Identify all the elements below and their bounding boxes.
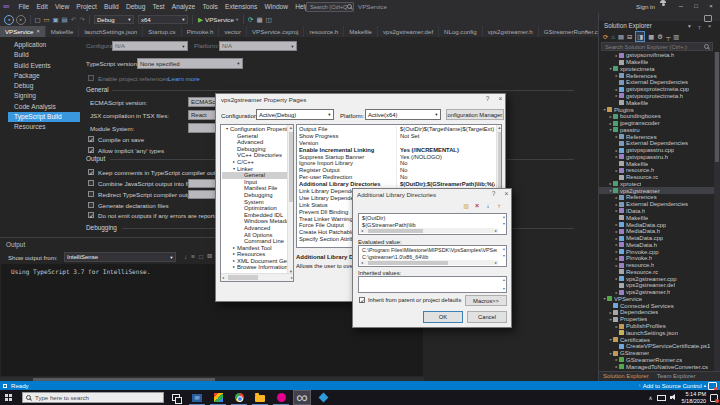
- inh-scroll-down-icon[interactable]: ▾: [503, 287, 505, 291]
- tab-vps2gstreamer-def[interactable]: vps2gstreamer.def: [378, 26, 439, 37]
- tree-item-launchsettings-json[interactable]: launchSettings.json: [599, 329, 714, 336]
- dialog-help-icon[interactable]: ?: [482, 95, 493, 102]
- dlg-tree-item-system[interactable]: System: [222, 199, 287, 206]
- dlg-platform-dropdown[interactable]: Active(x64)▾: [365, 109, 441, 120]
- grid-row-suppress-startup-banner[interactable]: Suppress Startup BannerYes (/NOLOGO): [297, 154, 495, 161]
- sidebar-item-typescript-build[interactable]: TypeScript Build: [8, 112, 80, 122]
- tab-launchsettings-json[interactable]: launchSettings.json: [79, 26, 143, 37]
- evaluated-value-box[interactable]: C:\Program Files\Milestone\MIPSDK\VpsSam…: [358, 245, 507, 267]
- tree-item-mediadata-cpp[interactable]: ▸MediaData.cpp: [599, 221, 714, 228]
- home-icon[interactable]: ⌂: [611, 32, 615, 41]
- tree-item-vps2gstreamer-h[interactable]: ▸vps2gstreamer.h: [599, 289, 714, 296]
- dlg-tree-item-xml-document-generator[interactable]: ▸XML Document Generator: [222, 258, 287, 265]
- menu-extensions[interactable]: Extensions: [221, 0, 260, 13]
- move-down-icon[interactable]: ↓: [483, 201, 493, 211]
- new-project-icon[interactable]: ▢: [33, 15, 42, 25]
- menu-file[interactable]: File: [15, 0, 33, 13]
- tree-item-pinvoke-cpp[interactable]: ▸Pinvoke.cpp: [599, 248, 714, 255]
- tree-item-properties[interactable]: ▾Properties: [599, 316, 714, 323]
- close-icon[interactable]: ×: [36, 26, 39, 37]
- configuration-manager-button[interactable]: Configuration Manager...: [446, 109, 504, 120]
- dlg-tree-item-manifest-tool[interactable]: ▸Manifest Tool: [222, 245, 287, 252]
- tree-item-vps2gstreamer-def[interactable]: vps2gstreamer.def: [599, 282, 714, 289]
- tab-vpservice[interactable]: VPService×: [0, 26, 46, 37]
- tree-item-vps2gstreamer[interactable]: ▾vps2gstreamer: [599, 187, 714, 194]
- tree-item-plugins[interactable]: ▾Plugins: [599, 106, 714, 113]
- tree-item-connected-services[interactable]: Connected Services: [599, 302, 714, 309]
- tab-overflow-icon[interactable]: ▾: [585, 26, 588, 37]
- taskbar-search-box[interactable]: Type here to search: [22, 392, 164, 403]
- tab-nlog-config[interactable]: NLog.config: [439, 26, 483, 37]
- dlg-tree-item-linker[interactable]: ▾Linker: [222, 166, 287, 173]
- output-source-dropdown[interactable]: IntelliSense▾: [64, 252, 176, 262]
- save-icon[interactable]: ▣: [51, 15, 60, 25]
- open-folder-icon[interactable]: ▭: [42, 15, 51, 25]
- frame-icon[interactable]: ⊠: [207, 252, 212, 260]
- tray-chevron-icon[interactable]: ∧: [649, 395, 653, 401]
- learn-more-link[interactable]: Learn more: [168, 75, 200, 82]
- tree-item-metadata-h[interactable]: ▸MetaData.h: [599, 241, 714, 248]
- panel-close-icon[interactable]: ×: [705, 21, 714, 31]
- sidebar-item-build[interactable]: Build: [8, 50, 80, 60]
- tab-vpservice-csproj[interactable]: VPService.csproj: [247, 26, 304, 37]
- tree-item-makefile[interactable]: Makefile: [599, 160, 714, 167]
- dlg-tree-vscrollbar[interactable]: ▲ ▼: [287, 125, 294, 275]
- configuration-dropdown[interactable]: Debug▾: [94, 15, 134, 24]
- tree-item-boundingboxes[interactable]: ▸boundingboxes: [599, 113, 714, 120]
- sidebar-item-package[interactable]: Package: [8, 71, 80, 81]
- tree-item-resource-h[interactable]: ▸resource.h: [599, 262, 714, 269]
- dlg-tree-item-input[interactable]: Input: [222, 179, 287, 186]
- tree-item-resource-rc[interactable]: Resource.rc: [599, 174, 714, 181]
- grid-row-enable-incremental-linking[interactable]: Enable Incremental LinkingYes (/INCREMEN…: [297, 147, 495, 154]
- grid-row-output-file[interactable]: Output File$(OutDir)$(TargetName)$(Targe…: [297, 126, 495, 133]
- se-vscrollbar[interactable]: [714, 52, 720, 381]
- close-button[interactable]: ×: [704, 0, 718, 13]
- tree-item-external-dependencies[interactable]: ▸External Dependencies: [599, 201, 714, 208]
- new-line-icon[interactable]: ▥: [461, 201, 471, 211]
- volume-icon[interactable]: [670, 394, 678, 402]
- sync-active-document-icon[interactable]: ◨: [635, 31, 645, 42]
- menu-test[interactable]: Test: [149, 0, 168, 13]
- mail-icon[interactable]: ✉: [188, 390, 206, 405]
- tool-tab-team-explorer[interactable]: Team Explorer: [653, 372, 700, 381]
- tab-makefile[interactable]: Makefile: [46, 26, 80, 37]
- redo-icon[interactable]: ↷: [78, 15, 87, 25]
- tree-item-references[interactable]: ▸References: [599, 72, 714, 79]
- ts-platform-dropdown[interactable]: N/A▾: [219, 41, 297, 51]
- more-icon[interactable]: ▥: [673, 32, 679, 41]
- tree-item-gstreamerrunner-cs[interactable]: ▸GStreamerRunner.cs: [599, 356, 714, 363]
- dlg-tree-hscrollbar[interactable]: ◂ ▸: [221, 273, 294, 281]
- dlg-tree-item-debugging[interactable]: Debugging: [222, 192, 287, 199]
- tree-item-createvpservicecertificate-ps1[interactable]: CreateVPServiceCertificate.ps1: [599, 343, 714, 350]
- tree-item-pinvoke-h[interactable]: ▸Pinvoke.h: [599, 255, 714, 262]
- explorer-icon[interactable]: [251, 390, 269, 405]
- inherited-values-box[interactable]: ▴ ▾: [358, 276, 507, 293]
- dlg-tree-item-vc-directories[interactable]: VC++ Directories: [222, 152, 287, 159]
- list-scroll-up-icon[interactable]: ▴: [503, 215, 505, 219]
- tab-pinvoke-h[interactable]: Pinvoke.h: [182, 26, 220, 37]
- grid-row-register-output[interactable]: Register OutputNo: [297, 167, 495, 174]
- tree-item-resource-rc[interactable]: Resource.rc: [599, 269, 714, 276]
- clear-all-icon[interactable]: □: [199, 253, 203, 260]
- chevron-down-icon[interactable]: ▾: [685, 21, 694, 31]
- dlg-tree-item-configuration-properties[interactable]: ▾Configuration Properties: [222, 126, 287, 133]
- checkbox-combine-javascript-output-into-file[interactable]: [88, 180, 94, 186]
- tool-tab-solution-explorer[interactable]: Solution Explorer: [599, 372, 653, 381]
- delete-icon[interactable]: ×: [472, 201, 482, 211]
- eval-scroll-down-icon[interactable]: ▾: [503, 254, 505, 258]
- tab-startup-cs[interactable]: Startup.cs: [143, 26, 181, 37]
- menu-view[interactable]: View: [51, 0, 72, 13]
- dlg-tree-item-c-c[interactable]: ▸C/C++: [222, 159, 287, 166]
- directories-list[interactable]: $(OutDir)$(GStreamerPath)\lib ▴ ▾ ◂▸: [358, 213, 507, 235]
- grid-row-ignore-import-library[interactable]: Ignore Import LibraryNo: [297, 160, 495, 167]
- tree-item-mediadata-h[interactable]: ▸MediaData.h: [599, 228, 714, 235]
- tree-item-xprotect[interactable]: ▸xprotect: [599, 181, 714, 188]
- tree-item-dependencies[interactable]: ▸Dependencies: [599, 309, 714, 316]
- sidebar-item-code-analysis[interactable]: Code Analysis: [8, 102, 80, 112]
- tree-item-metadata-cpp[interactable]: ▸MetaData.cpp: [599, 235, 714, 242]
- save-all-icon[interactable]: ▤: [60, 15, 69, 25]
- dlg-tree-item-advanced[interactable]: Advanced: [222, 225, 287, 232]
- minimize-button[interactable]: ─: [674, 0, 688, 13]
- inh-scroll-up-icon[interactable]: ▴: [503, 278, 505, 282]
- dlg-tree-item-command-line[interactable]: Command Line: [222, 238, 287, 245]
